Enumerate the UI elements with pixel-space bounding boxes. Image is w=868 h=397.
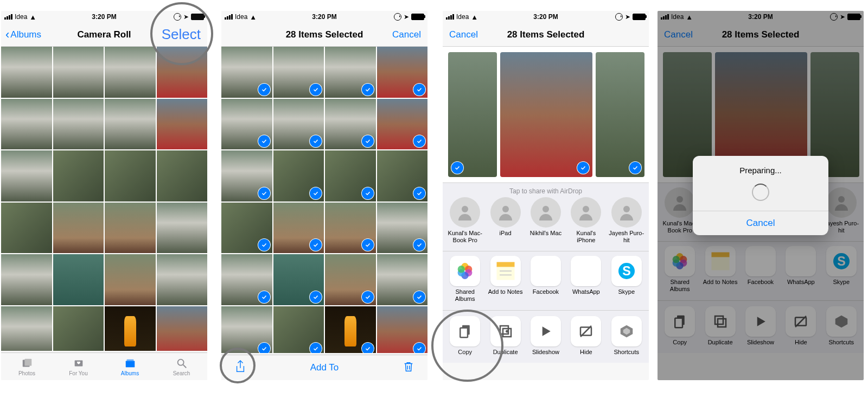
cancel-button[interactable]: Cancel — [392, 29, 421, 40]
check-icon — [413, 135, 425, 147]
airdrop-target[interactable]: Kunal's iPhone — [567, 197, 604, 243]
photo-grid[interactable] — [1, 47, 207, 351]
airdrop-target[interactable]: Jayesh Puro-hit — [608, 197, 645, 243]
photo-thumb[interactable] — [1, 99, 52, 150]
check-icon — [258, 239, 270, 251]
tab-for-you[interactable]: For You — [53, 353, 104, 380]
battery-icon — [633, 14, 646, 20]
status-bar: Idea▲ 3:20 PM ➤ — [443, 11, 649, 23]
action-shortcuts[interactable]: Shortcuts — [608, 316, 645, 355]
photo-thumb[interactable] — [377, 306, 428, 354]
airdrop-target[interactable]: Kunal's Mac-Book Pro — [446, 197, 483, 243]
action-slideshow[interactable]: Slideshow — [527, 316, 564, 355]
tab-albums[interactable]: Albums — [104, 353, 156, 380]
share-thumb[interactable] — [500, 52, 592, 177]
duplicate-icon — [490, 316, 521, 346]
airdrop-target[interactable]: iPad — [487, 197, 524, 243]
photo-thumb[interactable] — [221, 254, 272, 305]
share-thumb[interactable] — [596, 52, 644, 177]
photo-thumb[interactable] — [377, 47, 428, 98]
photo-thumb[interactable] — [325, 254, 376, 305]
photo-thumb[interactable] — [1, 306, 52, 351]
photo-thumb[interactable] — [105, 203, 156, 254]
photo-thumb[interactable] — [221, 47, 272, 98]
share-app-notes[interactable]: Add to Notes — [487, 256, 524, 302]
share-thumb[interactable] — [448, 52, 497, 177]
svg-point-8 — [502, 206, 509, 212]
photo-thumb[interactable] — [1, 47, 52, 98]
check-icon — [362, 84, 374, 96]
photo-thumb[interactable] — [53, 306, 104, 351]
tab-photos[interactable]: Photos — [1, 353, 53, 380]
svg-point-10 — [583, 206, 589, 212]
photo-thumb[interactable] — [377, 150, 428, 201]
photo-thumb[interactable] — [325, 99, 376, 150]
photo-thumb[interactable] — [377, 203, 428, 254]
photo-thumb[interactable] — [273, 99, 324, 150]
tab-search[interactable]: Search — [156, 353, 207, 380]
hide-icon — [571, 316, 601, 346]
photo-thumb[interactable] — [157, 47, 208, 98]
airdrop-target[interactable]: Nikhil's Mac — [527, 197, 564, 243]
photo-thumb[interactable] — [1, 150, 52, 201]
photo-thumb[interactable] — [377, 254, 428, 305]
check-icon — [310, 291, 322, 303]
share-app-skype[interactable]: SSkype — [608, 256, 645, 302]
photo-thumb[interactable] — [157, 203, 208, 254]
photo-thumb[interactable] — [53, 203, 104, 254]
photo-grid[interactable] — [221, 47, 427, 353]
photo-thumb[interactable] — [105, 150, 156, 201]
play-icon — [531, 316, 561, 346]
action-hide[interactable]: Hide — [567, 316, 604, 355]
share-app-shared-albums[interactable]: Shared Albums — [446, 256, 483, 302]
photo-thumb[interactable] — [53, 150, 104, 201]
photo-thumb[interactable] — [325, 203, 376, 254]
notes-app-icon — [490, 256, 521, 286]
add-to-button[interactable]: Add To — [221, 362, 427, 373]
photo-thumb[interactable] — [273, 203, 324, 254]
photo-thumb[interactable] — [377, 99, 428, 150]
svg-point-9 — [542, 206, 549, 212]
svg-rect-25 — [460, 327, 468, 337]
photo-thumb[interactable] — [325, 47, 376, 98]
action-copy[interactable]: Copy — [446, 316, 483, 355]
photo-thumb[interactable] — [273, 150, 324, 201]
photo-thumb[interactable] — [1, 203, 52, 254]
photo-thumb[interactable] — [273, 306, 324, 354]
photo-thumb[interactable] — [105, 254, 156, 305]
airdrop-section: Tap to share with AirDrop Kunal's Mac-Bo… — [443, 182, 649, 251]
action-duplicate[interactable]: Duplicate — [487, 316, 524, 355]
photo-thumb[interactable] — [53, 254, 104, 305]
photo-thumb[interactable] — [273, 47, 324, 98]
shortcuts-icon — [611, 316, 642, 346]
photo-thumb[interactable] — [157, 150, 208, 201]
photo-thumb[interactable] — [53, 47, 104, 98]
photo-thumb[interactable] — [105, 306, 156, 351]
screen-selection: Idea▲ 3:20 PM ➤ 28 Items Selected Cancel — [221, 11, 427, 380]
photo-thumb[interactable] — [105, 99, 156, 150]
share-app-facebook[interactable]: Facebook — [527, 256, 564, 302]
share-app-whatsapp[interactable]: WhatsApp — [567, 256, 604, 302]
heart-tab-icon — [72, 357, 86, 369]
photo-thumb[interactable] — [221, 150, 272, 201]
select-button[interactable]: Select — [162, 26, 201, 43]
photo-thumb[interactable] — [221, 203, 272, 254]
check-icon — [413, 84, 425, 96]
screen-camera-roll: Idea ▲ 3:20 PM ➤ ‹ Albums Camera Roll Se… — [1, 11, 207, 380]
photo-thumb[interactable] — [325, 306, 376, 354]
photo-thumb[interactable] — [221, 306, 272, 354]
photo-thumb[interactable] — [157, 99, 208, 150]
modal-cancel-button[interactable]: Cancel — [693, 211, 828, 235]
photo-thumb[interactable] — [221, 99, 272, 150]
photo-thumb[interactable] — [325, 150, 376, 201]
share-preview-strip[interactable] — [443, 47, 649, 182]
person-icon — [490, 197, 521, 228]
photo-thumb[interactable] — [1, 254, 52, 305]
photo-thumb[interactable] — [157, 306, 208, 351]
photo-thumb[interactable] — [53, 99, 104, 150]
check-icon — [258, 84, 270, 96]
photo-thumb[interactable] — [273, 254, 324, 305]
photo-thumb[interactable] — [157, 254, 208, 305]
photo-thumb[interactable] — [105, 47, 156, 98]
actions-section: Copy Duplicate Slideshow Hide Shortcuts — [443, 310, 649, 363]
